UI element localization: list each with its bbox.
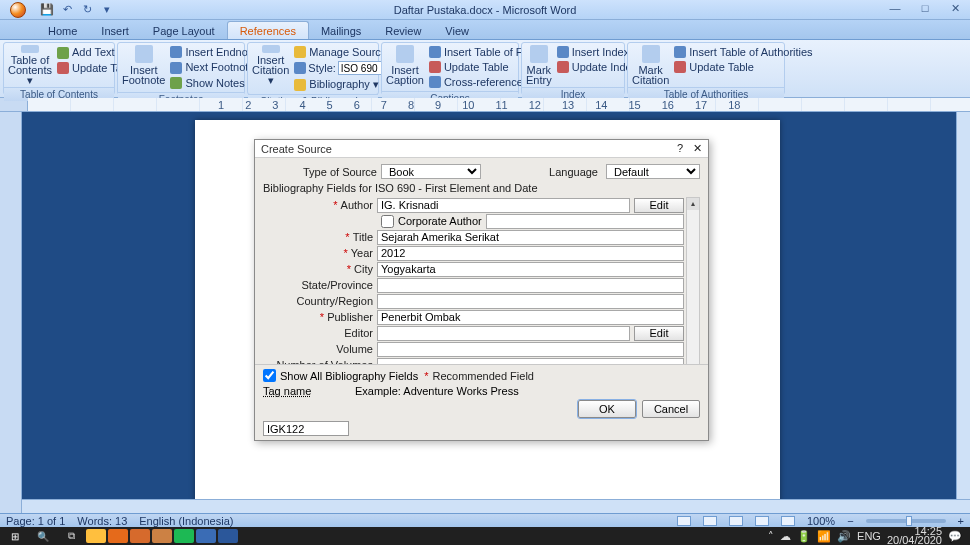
zoom-plus-icon[interactable]: + [958,515,964,527]
tab-page-layout[interactable]: Page Layout [141,22,227,39]
language-select[interactable]: Default [606,164,700,179]
show-all-fields-checkbox[interactable] [263,369,276,382]
title-label: *Title [263,231,377,243]
tray-cloud-icon[interactable]: ☁ [780,530,791,543]
office-button[interactable] [0,0,36,20]
editor-label: Editor [263,327,377,339]
statusbar: Page: 1 of 1 Words: 13 English (Indonesi… [0,513,970,527]
tab-review[interactable]: Review [373,22,433,39]
taskbar-app-6[interactable] [196,529,216,543]
fields-panel: *Author Edit Corporate Author *Title *Ye… [263,197,700,364]
tab-home[interactable]: Home [36,22,89,39]
show-all-fields-label: Show All Bibliography Fields [280,370,418,382]
maximize-button[interactable]: □ [914,2,936,15]
dialog-titlebar[interactable]: Create Source ? ✕ [255,140,708,158]
view-draft-icon[interactable] [781,516,795,526]
scroll-up-icon[interactable]: ▴ [687,198,699,210]
taskbar-app-spotify[interactable] [174,529,194,543]
vertical-ruler[interactable] [0,112,22,513]
redo-icon[interactable]: ↻ [80,3,94,17]
minimize-button[interactable]: — [884,2,906,15]
state-input[interactable] [377,278,684,293]
corporate-author-checkbox[interactable] [381,215,394,228]
type-of-source-select[interactable]: Book [381,164,481,179]
taskbar-app-vlc[interactable] [108,529,128,543]
insert-toa-button[interactable]: Insert Table of Authorities [672,45,814,59]
tag-name-input[interactable] [263,421,349,436]
view-outline-icon[interactable] [755,516,769,526]
close-button[interactable]: ✕ [944,2,966,15]
vertical-scrollbar[interactable] [956,112,970,499]
zoom-slider[interactable] [866,519,946,523]
toc-button[interactable]: Table of Contents ▾ [8,45,52,85]
tray-chevron-icon[interactable]: ˄ [768,530,774,543]
taskbar-app-4[interactable] [152,529,172,543]
country-input[interactable] [377,294,684,309]
tab-references[interactable]: References [227,21,309,39]
tag-name-label: Tag name [263,385,349,397]
mark-entry-button[interactable]: Mark Entry [526,45,552,85]
taskbar-app-word[interactable] [218,529,238,543]
year-input[interactable] [377,246,684,261]
taskbar-app-1[interactable] [86,529,106,543]
mark-citation-icon [642,45,660,63]
insert-citation-button[interactable]: Insert Citation ▾ [252,45,289,85]
numvol-input[interactable] [377,358,684,365]
dialog-help-icon[interactable]: ? [677,142,683,155]
start-button[interactable]: ⊞ [2,528,28,544]
insert-caption-button[interactable]: Insert Caption [386,45,424,85]
year-label: *Year [263,247,377,259]
status-page[interactable]: Page: 1 of 1 [6,515,65,527]
insert-footnote-button[interactable]: Insert Footnote [122,45,165,85]
editor-edit-button[interactable]: Edit [634,326,684,341]
qat-more-icon[interactable]: ▾ [100,3,114,17]
volume-label: Volume [263,343,377,355]
tray-volume-icon[interactable]: 🔊 [837,530,851,543]
cancel-button[interactable]: Cancel [642,400,700,418]
recommended-field-label: Recommended Field [432,370,534,382]
type-of-source-label: Type of Source [263,166,377,178]
tray-wifi-icon[interactable]: 📶 [817,530,831,543]
mark-citation-button[interactable]: Mark Citation [632,45,669,85]
zoom-thumb[interactable] [906,516,912,526]
author-edit-button[interactable]: Edit [634,198,684,213]
tab-view[interactable]: View [433,22,481,39]
horizontal-scrollbar[interactable] [22,499,970,513]
corporate-author-label: Corporate Author [394,215,486,227]
view-print-icon[interactable] [677,516,691,526]
editor-input[interactable] [377,326,630,341]
ok-button[interactable]: OK [578,400,636,418]
caption-icon [396,45,414,63]
view-fullscreen-icon[interactable] [703,516,717,526]
zoom-level[interactable]: 100% [807,515,835,527]
view-web-icon[interactable] [729,516,743,526]
update-toa-button[interactable]: Update Table [672,60,814,74]
title-input[interactable] [377,230,684,245]
publisher-input[interactable] [377,310,684,325]
undo-icon[interactable]: ↶ [60,3,74,17]
publisher-label: *Publisher [263,311,377,323]
author-input[interactable] [377,198,630,213]
volume-input[interactable] [377,342,684,357]
save-icon[interactable]: 💾 [40,3,54,17]
tray-date[interactable]: 20/04/2020 [887,536,942,545]
dialog-close-icon[interactable]: ✕ [693,142,702,155]
city-input[interactable] [377,262,684,277]
status-language[interactable]: English (Indonesia) [139,515,233,527]
tray-battery-icon[interactable]: 🔋 [797,530,811,543]
author-label: *Author [263,199,377,211]
horizontal-ruler[interactable]: 123456789101112131415161718 [28,98,970,111]
search-button[interactable]: 🔍 [30,528,56,544]
create-source-dialog: Create Source ? ✕ Type of Source Book La… [254,139,709,441]
tray-notifications-icon[interactable]: 💬 [948,530,962,543]
tab-mailings[interactable]: Mailings [309,22,373,39]
tab-insert[interactable]: Insert [89,22,141,39]
status-words[interactable]: Words: 13 [77,515,127,527]
taskbar-app-3[interactable] [130,529,150,543]
fields-scrollbar[interactable]: ▴ ▾ [686,197,700,364]
tray-language[interactable]: ENG [857,530,881,542]
corporate-author-input[interactable] [486,214,684,229]
zoom-minus-icon[interactable]: − [847,515,853,527]
biblio-fields-heading: Bibliography Fields for ISO 690 - First … [263,182,700,194]
task-view-button[interactable]: ⧉ [58,528,84,544]
